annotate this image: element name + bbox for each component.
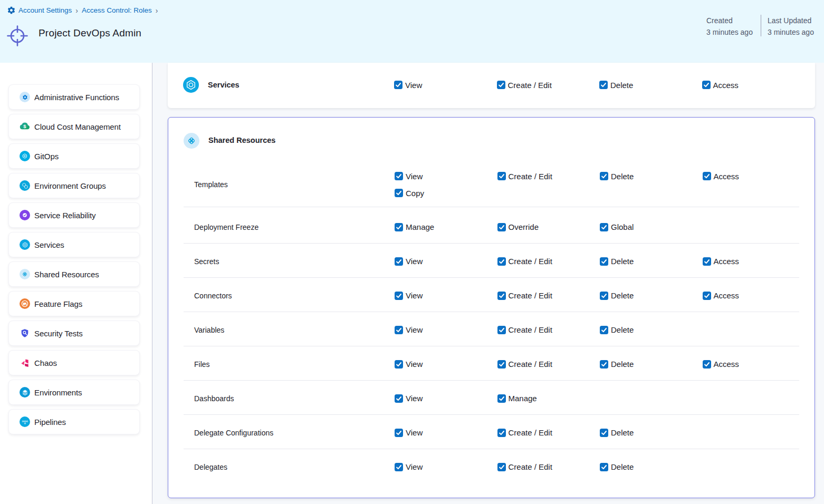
svg-text:$: $ <box>23 123 26 129</box>
